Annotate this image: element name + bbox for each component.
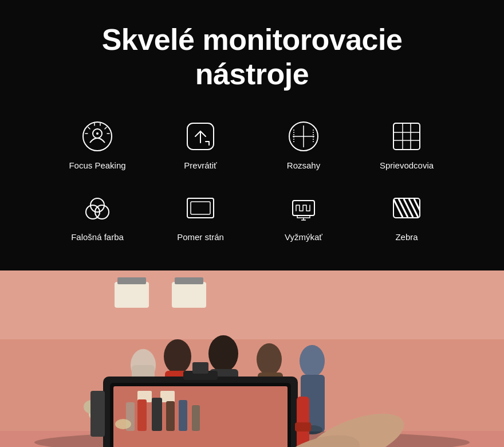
svg-point-9 [303,136,304,137]
sprievodcovia-label: Sprievodcovia [380,160,434,170]
svg-rect-32 [172,282,206,308]
svg-point-47 [300,345,325,377]
zebra-icon [389,191,424,225]
feature-zebra: Zebra [355,191,458,242]
page-title: Skvelé monitorovacie nástroje [102,23,403,92]
svg-rect-66 [166,401,175,431]
false-color-icon [80,191,115,225]
svg-point-2 [96,132,99,135]
aspect-ratio-icon [183,191,218,225]
svg-point-38 [164,339,191,374]
feature-vyzymkat: Vyžmýkať [252,191,355,242]
svg-line-23 [393,199,403,217]
zebra-label: Zebra [395,232,418,242]
feature-rozsahy: Rozsahy [252,119,355,170]
svg-rect-10 [393,123,420,150]
svg-rect-91 [90,391,105,437]
guides-icon [389,119,424,154]
bottom-image-section: Focus Peaking ✕ Low Medium High [0,270,504,447]
features-grid: Focus Peaking Prevrátiť [46,119,458,242]
feature-focus-peaking: Focus Peaking [46,119,149,170]
flip-icon [183,119,218,154]
svg-point-41 [208,335,238,372]
svg-rect-62 [160,391,175,402]
svg-rect-30 [0,270,504,339]
top-section: Skvelé monitorovacie nástroje Focus Peak… [0,0,504,270]
rozsahy-label: Rozsahy [287,160,320,170]
scene-illustration: Focus Peaking ✕ Low Medium High [0,270,504,447]
focus-peaking-icon [80,119,115,154]
svg-rect-31 [115,282,149,308]
svg-rect-90 [295,422,311,432]
svg-rect-19 [191,202,210,214]
svg-point-69 [115,419,131,429]
svg-rect-67 [179,400,187,431]
svg-line-26 [409,199,418,217]
svg-point-0 [83,122,112,151]
svg-rect-65 [152,398,162,431]
svg-point-44 [257,343,282,375]
svg-rect-64 [137,399,147,431]
focus-peaking-label: Focus Peaking [69,160,125,170]
svg-line-24 [399,199,408,217]
pomer-stran-label: Pomer strán [177,232,224,242]
svg-line-25 [404,199,413,217]
waveform-icon [286,191,321,225]
svg-rect-68 [192,405,200,431]
svg-rect-18 [187,198,214,218]
vyzymkat-label: Vyžmýkať [285,232,322,242]
scopes-icon [286,119,321,154]
feature-sprievodcovia: Sprievodcovia [355,119,458,170]
svg-rect-89 [297,397,309,447]
svg-rect-34 [175,277,203,284]
feature-falosna-farba: Falošná farba [46,191,149,242]
svg-rect-88 [192,362,208,374]
feature-pomer-stran: Pomer strán [149,191,252,242]
prevratit-label: Prevrátiť [184,160,216,170]
svg-line-27 [414,199,422,217]
svg-rect-33 [117,277,146,284]
falosna-farba-label: Falošná farba [71,232,124,242]
feature-prevratit: Prevrátiť [149,119,252,170]
